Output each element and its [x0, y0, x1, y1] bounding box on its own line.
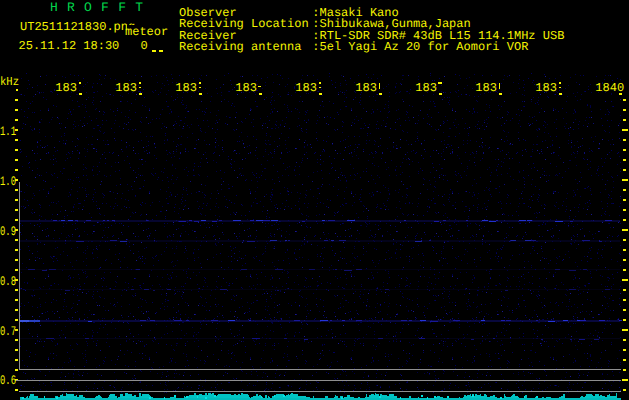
- svg-text:0.9: 0.9: [0, 224, 16, 239]
- svg-text:1840: 1840: [595, 81, 624, 95]
- svg-text:UT2511121830.png: UT2511121830.png: [20, 20, 135, 34]
- svg-text:0.8: 0.8: [0, 274, 16, 289]
- svg-text:183: 183: [235, 81, 257, 95]
- svg-text:183: 183: [175, 81, 197, 95]
- svg-text:183: 183: [295, 81, 317, 95]
- svg-text:0.6: 0.6: [0, 373, 16, 388]
- svg-text:183: 183: [475, 81, 497, 95]
- svg-text:meteor: meteor: [125, 25, 168, 39]
- svg-text:1.0: 1.0: [0, 174, 16, 189]
- svg-text:183: 183: [55, 81, 77, 95]
- svg-text:kHz: kHz: [0, 75, 19, 89]
- svg-text:183: 183: [355, 81, 377, 95]
- svg-text:25.11.12 18:30: 25.11.12 18:30: [19, 39, 120, 53]
- svg-text:183: 183: [115, 81, 137, 95]
- svg-text:H R O F F T: H R O F F T: [50, 0, 143, 15]
- svg-text:183: 183: [535, 81, 557, 95]
- svg-text:1.1: 1.1: [0, 124, 16, 139]
- svg-text:183: 183: [415, 81, 437, 95]
- svg-text:Receiving antenna: Receiving antenna: [179, 40, 301, 54]
- svg-text:0.7: 0.7: [0, 324, 16, 339]
- svg-text:0: 0: [141, 39, 148, 53]
- svg-text::5el Yagi Az 20 for Aomori VOR: :5el Yagi Az 20 for Aomori VOR: [312, 40, 528, 54]
